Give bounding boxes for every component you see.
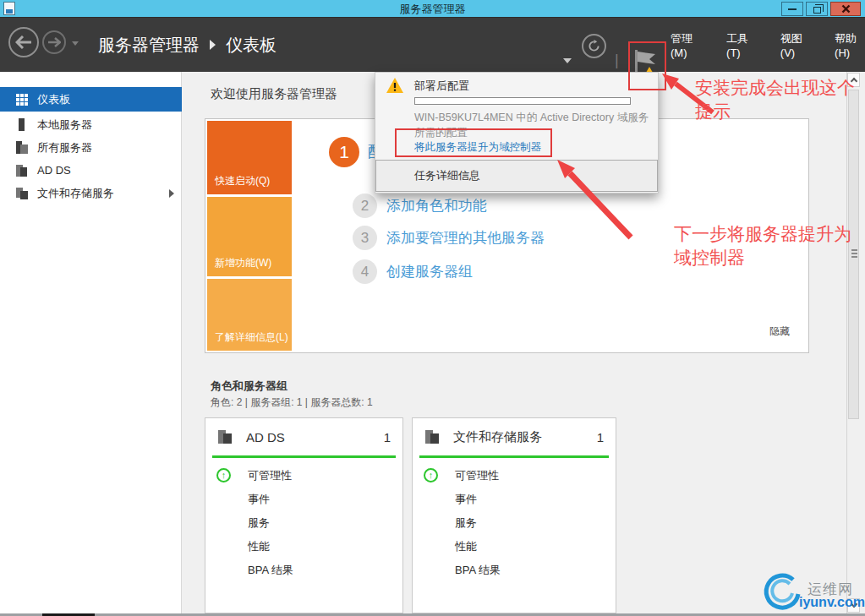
menu-manage[interactable]: 管理(M)	[671, 31, 702, 59]
breadcrumb-current: 仪表板	[226, 34, 276, 57]
row-label: 事件	[455, 493, 477, 505]
row-label: 可管理性	[248, 469, 292, 482]
menu-tools[interactable]: 工具(T)	[726, 31, 756, 59]
close-button[interactable]	[830, 2, 861, 16]
row-bpa-results[interactable]: BPA 结果	[413, 559, 616, 582]
server-manager-window: 服务器管理器 服务器管理器 仪表板 |	[0, 0, 865, 616]
sidebar-item-all-servers[interactable]: 所有服务器	[0, 136, 182, 159]
card-file-storage: 文件和存储服务 1 ↑ 可管理性 事件 服务 性能 BPA 结果	[412, 417, 616, 613]
card-header[interactable]: AD DS 1	[205, 418, 402, 455]
back-arrow-icon	[15, 35, 32, 49]
task-details-button[interactable]: 任务详细信息	[375, 160, 658, 192]
quick-start-tab[interactable]: 快速启动(Q)	[207, 121, 292, 194]
step-number: 3	[353, 226, 377, 250]
whats-new-tab[interactable]: 新增功能(W)	[207, 197, 292, 276]
annotation-line: 域控制器	[674, 246, 851, 270]
card-rows: ↑ 可管理性 事件 服务 性能 BPA 结果	[205, 464, 402, 582]
vertical-scrollbar[interactable]	[846, 72, 860, 613]
close-icon	[841, 4, 851, 14]
step-add-roles-features[interactable]: 2 添加角色和功能	[353, 194, 487, 218]
row-label: 可管理性	[455, 469, 499, 482]
link-annotation-rectangle	[395, 128, 552, 157]
up-arrow-icon: ↑	[216, 468, 231, 482]
flag-annotation-rectangle	[628, 41, 666, 90]
all-servers-icon	[14, 141, 30, 155]
history-caret-icon[interactable]	[72, 41, 79, 46]
row-label: BPA 结果	[248, 564, 293, 576]
dashboard-icon	[14, 93, 30, 106]
forward-button[interactable]	[42, 30, 66, 54]
step-add-other-servers[interactable]: 3 添加要管理的其他服务器	[353, 226, 545, 250]
servers-caret-icon[interactable]	[563, 58, 572, 63]
up-arrow-icon: ↑	[424, 468, 438, 482]
card-title: AD DS	[246, 430, 285, 444]
learn-more-tab[interactable]: 了解详细信息(L)	[207, 279, 292, 351]
iyunv-logo-icon	[759, 571, 803, 613]
progress-bar	[414, 97, 631, 105]
card-header[interactable]: 文件和存储服务 1	[413, 418, 616, 455]
row-events[interactable]: 事件	[205, 488, 402, 511]
title-bar: 服务器管理器	[0, 0, 865, 18]
hide-link[interactable]: 隐藏	[769, 324, 790, 339]
ad-ds-icon	[14, 164, 30, 177]
step-create-server-group[interactable]: 4 创建服务器组	[353, 259, 473, 284]
row-label: 性能	[248, 540, 270, 553]
forward-arrow-icon	[47, 37, 61, 47]
watermark: 运维网 iyunv.com	[759, 571, 865, 613]
minimize-button[interactable]	[781, 2, 803, 16]
back-button[interactable]	[8, 27, 39, 57]
step-number: 4	[353, 259, 377, 284]
restore-icon	[813, 7, 821, 14]
card-server-count: 1	[384, 430, 391, 444]
refresh-button[interactable]	[582, 34, 606, 58]
menu-bar: 管理(M) 工具(T) 视图(V) 帮助(H)	[671, 18, 865, 72]
card-title: 文件和存储服务	[453, 429, 542, 445]
row-events[interactable]: 事件	[413, 488, 616, 511]
restore-button[interactable]	[806, 2, 828, 16]
quick-start-label: 快速启动(Q)	[215, 174, 270, 188]
step-number: 1	[329, 137, 359, 167]
sidebar-item-dashboard[interactable]: 仪表板	[0, 87, 182, 112]
toolbar-divider: |	[615, 52, 619, 69]
annotation-line: 下一步将服务器提升为	[674, 222, 851, 246]
nav-bar: 服务器管理器 仪表板 |	[0, 18, 865, 72]
row-manageability[interactable]: ↑ 可管理性	[413, 464, 616, 488]
sidebar-item-local-server[interactable]: 本地服务器	[0, 113, 182, 136]
sidebar-item-ad-ds[interactable]: AD DS	[0, 159, 182, 182]
annotation-line: 提示	[695, 100, 855, 123]
sidebar-item-file-storage[interactable]: 文件和存储服务	[0, 182, 182, 204]
row-label: 性能	[455, 540, 477, 553]
sidebar-item-label: AD DS	[37, 164, 71, 177]
row-services[interactable]: 服务	[205, 511, 402, 535]
sidebar-item-label: 文件和存储服务	[37, 186, 114, 201]
card-status-line	[212, 455, 396, 458]
welcome-heading: 欢迎使用服务器管理器	[211, 86, 337, 102]
whats-new-label: 新增功能(W)	[215, 256, 271, 270]
sidebar-item-label: 仪表板	[37, 92, 70, 107]
row-label: 服务	[248, 516, 270, 529]
sidebar-item-label: 所有服务器	[37, 140, 92, 155]
row-manageability[interactable]: ↑ 可管理性	[205, 464, 402, 488]
row-performance[interactable]: 性能	[413, 535, 616, 559]
scrollbar-grip-icon	[851, 249, 857, 251]
menu-view[interactable]: 视图(V)	[780, 31, 810, 59]
row-label: BPA 结果	[455, 564, 501, 576]
file-storage-icon	[14, 187, 30, 200]
menu-help[interactable]: 帮助(H)	[835, 31, 865, 59]
step-number: 2	[353, 194, 377, 218]
row-bpa-results[interactable]: BPA 结果	[205, 559, 402, 582]
breadcrumb-root[interactable]: 服务器管理器	[98, 34, 200, 57]
expand-chevron-icon[interactable]	[169, 189, 174, 198]
file-storage-card-icon	[424, 429, 441, 444]
sidebar-item-label: 本地服务器	[37, 117, 92, 133]
step-label: 添加角色和功能	[386, 196, 487, 215]
row-label: 事件	[248, 493, 270, 505]
annotation-note-promote: 下一步将服务器提升为 域控制器	[674, 222, 851, 270]
row-label: 服务	[455, 516, 477, 529]
row-services[interactable]: 服务	[413, 511, 616, 535]
row-performance[interactable]: 性能	[205, 535, 402, 559]
step-label: 添加要管理的其他服务器	[386, 228, 545, 248]
card-server-count: 1	[597, 430, 604, 444]
sidebar: 仪表板 本地服务器 所有服务器 AD DS 文件和存储服务	[0, 72, 182, 613]
card-status-line	[419, 455, 609, 458]
